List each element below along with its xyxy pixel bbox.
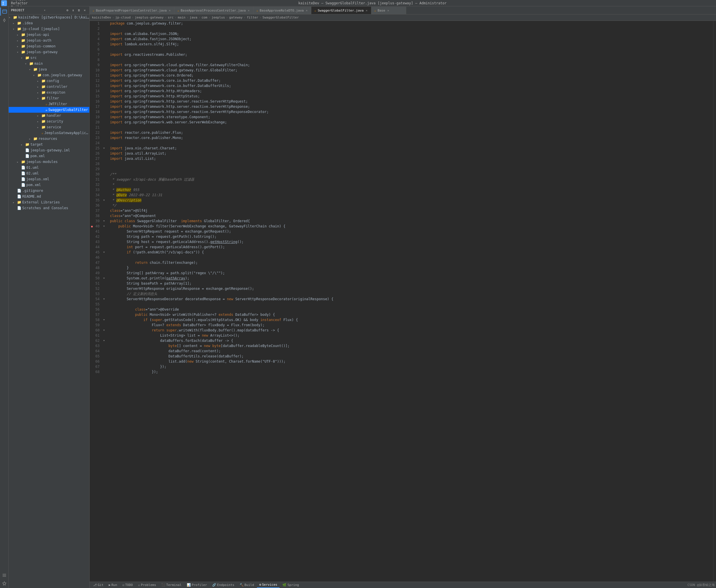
tree-arrow[interactable]: ▾ [37, 97, 40, 100]
tree-sort-icon[interactable]: ↕ [71, 8, 76, 13]
tree-arrow[interactable]: ▸ [17, 39, 20, 42]
tree-item-com.jeeplus.gateway[interactable]: ▾📁com.jeeplus.gateway [9, 72, 89, 78]
tab-close-button[interactable]: × [305, 9, 308, 13]
bottom-tab-profiler[interactable]: 📊Profiler [184, 582, 209, 588]
tree-arrow[interactable]: ▸ [37, 80, 40, 83]
breadcrumb-item[interactable]: jeeplus-gateway [135, 16, 163, 19]
tree-item-src[interactable]: ▾📁src [9, 55, 89, 61]
tree-item-security[interactable]: ▸📁security [9, 119, 89, 124]
tree-item-resources[interactable]: ▸📁resources [9, 136, 89, 142]
tree-item-java[interactable]: ▾📁java [9, 66, 89, 72]
tree-arrow[interactable]: ▸ [17, 160, 20, 164]
bottom-tab-git[interactable]: ⎇Git [91, 582, 106, 588]
tree-arrow[interactable]: ▸ [17, 45, 20, 48]
editor-tab-swaggerglobalfilter.java[interactable]: ☕SwaggerGlobalFilter.java× [311, 7, 371, 14]
tree-item-scratches-and-consoles[interactable]: 📄Scratches and Consoles [9, 205, 89, 211]
tree-arrow[interactable]: ▸ [21, 143, 24, 146]
scrollbar[interactable] [713, 21, 716, 582]
tree-item-filter[interactable]: ▾📁filter [9, 96, 89, 101]
tab-close-button[interactable]: × [247, 9, 250, 13]
tree-settings-icon[interactable]: ⚙ [65, 8, 70, 13]
breadcrumb-item[interactable]: com [202, 16, 207, 19]
fold-arrow[interactable]: ▾ [103, 146, 106, 151]
tree-item-main[interactable]: ▾📁main [9, 61, 89, 66]
tree-item-jeeplusgatewayapplication[interactable]: ☕JeeplusGatewayApplication [9, 130, 89, 136]
tree-item-controller[interactable]: ▸📁controller [9, 84, 89, 89]
tree-arrow[interactable]: ▸ [13, 22, 16, 25]
fold-arrow[interactable]: ▾ [103, 224, 106, 229]
tree-item-.gitignore[interactable]: 📄.gitignore [9, 188, 89, 194]
tree-item-excepiton[interactable]: ▸📁excepiton [9, 89, 89, 96]
tab-close-button[interactable]: × [168, 9, 171, 13]
tree-arrow[interactable]: ▾ [33, 74, 36, 77]
breadcrumb-item[interactable]: kaisiteDev [92, 16, 111, 19]
bottom-tab-endpoints[interactable]: 🔗Endpoints [210, 582, 237, 588]
sidebar-icon-commit[interactable] [0, 16, 8, 24]
tree-item-target[interactable]: ▸📁target [9, 142, 89, 147]
bottom-tab-services[interactable]: ⚙Services [257, 582, 280, 588]
tree-item-pom.xml[interactable]: 📄pom.xml [9, 182, 89, 188]
tree-item-jeeplus-api[interactable]: ▸📁jeeplus-api [9, 32, 89, 38]
tree-item-external-libraries[interactable]: ▸📁External Libraries [9, 200, 89, 205]
tree-item-jwtfilter[interactable]: ☕JWTFilter [9, 101, 89, 107]
tree-arrow[interactable]: ▾ [9, 16, 12, 19]
fold-arrow[interactable]: ▾ [103, 218, 106, 224]
bottom-tab-todo[interactable]: ☑TODO [120, 582, 135, 588]
editor-tab-basepreparedpropertiescontroller.java[interactable]: ☕BasePreparedPropertiesController.java× [89, 7, 174, 14]
fold-arrow[interactable]: ▾ [103, 250, 106, 255]
tree-arrow[interactable]: ▾ [13, 27, 16, 30]
fold-arrow[interactable]: ▾ [103, 338, 106, 343]
breadcrumb-item[interactable]: main [178, 16, 186, 19]
tree-item-.idea[interactable]: ▸📁.idea [9, 20, 89, 26]
tree-item-02.uml[interactable]: 📄02.uml [9, 170, 89, 176]
tree-arrow[interactable]: ▸ [29, 137, 33, 141]
tree-item-kaisitedev[interactable]: ▾📁kaisiteDev [gitworkspaces] D:\kaisite\… [9, 15, 89, 20]
bottom-tab-spring[interactable]: 🌿Spring [280, 582, 301, 588]
tree-item-jp-cloud-[jeeplus][interactable]: ▾📁jp-cloud [jeeplus] [9, 26, 89, 32]
breadcrumb-item[interactable]: jeeplus [211, 16, 225, 19]
code-editor[interactable]: ● 12345678910111213141516171819202122232… [89, 21, 716, 582]
breadcrumb-item[interactable]: filter [247, 16, 259, 19]
tree-item-jeeplus-gateway.iml[interactable]: 📄jeeplus-gateway.iml [9, 147, 89, 153]
tree-arrow[interactable]: ▾ [25, 62, 28, 65]
tree-item-jeeplus.xml[interactable]: 📄jeeplus.xml [9, 176, 89, 182]
tree-item-handler[interactable]: ▸📁handler [9, 113, 89, 119]
sidebar-icon-project[interactable] [0, 7, 8, 16]
tree-arrow[interactable]: ▾ [17, 50, 20, 54]
tree-item-swaggerglobalfilter[interactable]: ☕SwaggerGlobalFilter [9, 107, 89, 113]
fold-arrow[interactable]: ▾ [103, 198, 106, 203]
tree-item-jeeplus-modules[interactable]: ▸📁jeeplus-modules [9, 159, 89, 165]
breadcrumb-item[interactable]: gateway [229, 16, 243, 19]
tree-close-icon[interactable]: ✕ [82, 8, 87, 13]
sidebar-icon-favorites[interactable] [0, 579, 8, 587]
breadcrumb-item[interactable]: java [190, 16, 198, 19]
breadcrumb-item[interactable]: SwaggerGlobalFilter [263, 16, 299, 19]
editor-tab-baseapproveroledto.java[interactable]: ☕BaseApproveRoleDTO.java× [253, 7, 312, 14]
tree-arrow[interactable]: ▸ [37, 126, 40, 129]
tree-item-readme.md[interactable]: 📄README.md [9, 194, 89, 200]
tree-arrow[interactable]: ▸ [37, 114, 40, 117]
tab-close-button[interactable]: × [387, 9, 390, 13]
tree-item-jeeplus-gateway[interactable]: ▾📁jeeplus-gateway [9, 49, 89, 55]
breadcrumb-item[interactable]: src [168, 16, 173, 19]
tree-item-service[interactable]: ▸📁service [9, 124, 89, 130]
editor-tab-base[interactable]: ☕Base× [371, 7, 406, 14]
fold-arrow[interactable]: ▾ [103, 276, 106, 281]
fold-arrow[interactable]: ▾ [103, 296, 106, 302]
tree-item-jeeplus-auth[interactable]: ▸📁jeeplus-auth [9, 38, 89, 43]
tree-arrow[interactable]: ▸ [17, 33, 20, 36]
project-dropdown-icon[interactable]: ▾ [44, 8, 46, 12]
tree-arrow[interactable]: ▸ [37, 91, 40, 94]
tree-item-config[interactable]: ▸📁config [9, 78, 89, 84]
tree-item-jeeplus-common[interactable]: ▸📁jeeplus-common [9, 43, 89, 49]
fold-arrow[interactable]: ▾ [103, 328, 106, 333]
breakpoint-marker[interactable]: ● [91, 225, 93, 228]
editor-tab-baseapprovalprocesscontroller.java[interactable]: ☕BaseApprovalProcessController.java× [174, 7, 253, 14]
tree-arrow[interactable]: ▾ [29, 68, 33, 71]
bottom-tab-problems[interactable]: ⚠Problems [136, 582, 159, 588]
tree-expand-icon[interactable]: ≡ [77, 8, 81, 13]
bottom-tab-terminal[interactable]: ⬛Terminal [159, 582, 184, 588]
breadcrumb-item[interactable]: jp-cloud [115, 16, 131, 19]
menu-item-refactor[interactable]: Refactor [9, 1, 30, 5]
tree-arrow[interactable]: ▸ [13, 201, 16, 204]
